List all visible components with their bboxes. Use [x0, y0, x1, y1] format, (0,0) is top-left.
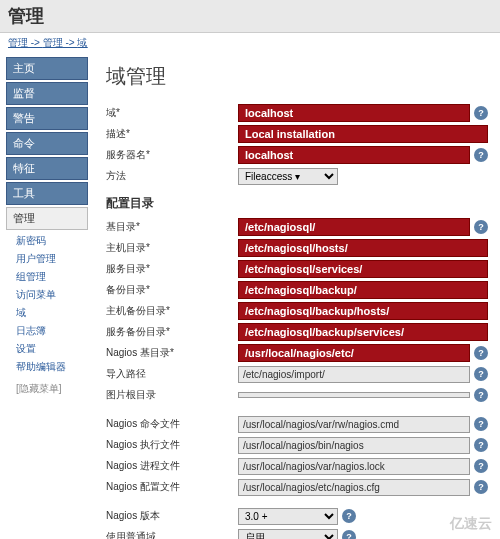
help-icon[interactable]: ? [474, 346, 488, 360]
help-icon[interactable]: ? [474, 459, 488, 473]
text-input[interactable]: /usr/local/nagios/var/rw/nagios.cmd [238, 416, 470, 433]
sidebar-nav-item[interactable]: 特征 [6, 157, 88, 180]
select-input[interactable]: Fileaccess ▾ [238, 168, 338, 185]
text-input[interactable]: localhost [238, 104, 470, 122]
text-input[interactable]: /usr/local/nagios/etc/ [238, 344, 470, 362]
text-input[interactable]: /etc/nagiosql/services/ [238, 260, 488, 278]
app-title: 管理 [0, 0, 500, 33]
help-icon[interactable]: ? [474, 388, 488, 402]
text-input[interactable]: /usr/local/nagios/bin/nagios [238, 437, 470, 454]
form-label: 方法 [106, 169, 238, 183]
select-input[interactable]: 3.0 + [238, 508, 338, 525]
breadcrumb-item[interactable]: 域 [77, 37, 87, 48]
section-config-title: 配置目录 [106, 195, 488, 212]
sidebar-nav-item[interactable]: 主页 [6, 57, 88, 80]
form-label: Nagios 执行文件 [106, 438, 238, 452]
text-input[interactable]: /etc/nagios/import/ [238, 366, 470, 383]
sidebar-nav-item[interactable]: 工具 [6, 182, 88, 205]
sidebar-nav-item[interactable]: 管理 [6, 207, 88, 230]
text-input[interactable]: Local installation [238, 125, 488, 143]
sidebar: 主页监督警告命令特征工具管理 新密码用户管理组管理访问菜单域日志簿设置帮助编辑器… [0, 53, 88, 539]
sidebar-sub-item[interactable]: 帮助编辑器 [6, 358, 88, 376]
help-icon[interactable]: ? [474, 417, 488, 431]
form-label: 主机目录* [106, 241, 238, 255]
form-label: 图片根目录 [106, 388, 238, 402]
sidebar-sub-item[interactable]: 域 [6, 304, 88, 322]
form-label: 备份目录* [106, 283, 238, 297]
form-label: Nagios 版本 [106, 509, 238, 523]
form-label: 服务备份目录* [106, 325, 238, 339]
sidebar-nav-item[interactable]: 监督 [6, 82, 88, 105]
help-icon[interactable]: ? [474, 148, 488, 162]
form-label: 使用普通域 [106, 530, 238, 539]
form-label: 服务器名* [106, 148, 238, 162]
text-input[interactable]: localhost [238, 146, 470, 164]
form-label: 服务目录* [106, 262, 238, 276]
main-content: 域管理 域*localhost?描述*Local installation服务器… [88, 53, 500, 539]
form-label: 基目录* [106, 220, 238, 234]
hide-menu-link[interactable]: [隐藏菜单] [6, 376, 88, 396]
sidebar-sub-item[interactable]: 新密码 [6, 232, 88, 250]
help-icon[interactable]: ? [474, 220, 488, 234]
text-input[interactable]: /etc/nagiosql/backup/hosts/ [238, 302, 488, 320]
sidebar-sub-item[interactable]: 组管理 [6, 268, 88, 286]
text-input[interactable]: /etc/nagiosql/hosts/ [238, 239, 488, 257]
form-label: Nagios 基目录* [106, 346, 238, 360]
form-label: 主机备份目录* [106, 304, 238, 318]
form-label: 导入路径 [106, 367, 238, 381]
text-input[interactable]: /usr/local/nagios/var/nagios.lock [238, 458, 470, 475]
page-title: 域管理 [106, 63, 488, 90]
text-input[interactable]: /etc/nagiosql/backup/ [238, 281, 488, 299]
watermark: 亿速云 [450, 515, 492, 533]
breadcrumb: 管理 -> 管理 -> 域 [0, 33, 500, 53]
sidebar-sub-item[interactable]: 访问菜单 [6, 286, 88, 304]
breadcrumb-item[interactable]: 管理 [43, 37, 63, 48]
sidebar-nav-item[interactable]: 警告 [6, 107, 88, 130]
help-icon[interactable]: ? [474, 480, 488, 494]
form-label: 域* [106, 106, 238, 120]
text-input[interactable]: /etc/nagiosql/backup/services/ [238, 323, 488, 341]
sidebar-sub-item[interactable]: 设置 [6, 340, 88, 358]
help-icon[interactable]: ? [474, 367, 488, 381]
form-label: Nagios 命令文件 [106, 417, 238, 431]
breadcrumb-item[interactable]: 管理 [8, 37, 28, 48]
help-icon[interactable]: ? [474, 106, 488, 120]
form-label: Nagios 进程文件 [106, 459, 238, 473]
help-icon[interactable]: ? [342, 530, 356, 539]
sidebar-sub-item[interactable]: 日志簿 [6, 322, 88, 340]
text-input[interactable] [238, 392, 470, 398]
form-label: Nagios 配置文件 [106, 480, 238, 494]
help-icon[interactable]: ? [474, 438, 488, 452]
sidebar-nav-item[interactable]: 命令 [6, 132, 88, 155]
help-icon[interactable]: ? [342, 509, 356, 523]
sidebar-sub-item[interactable]: 用户管理 [6, 250, 88, 268]
form-label: 描述* [106, 127, 238, 141]
select-input[interactable]: 启用 [238, 529, 338, 540]
text-input[interactable]: /usr/local/nagios/etc/nagios.cfg [238, 479, 470, 496]
text-input[interactable]: /etc/nagiosql/ [238, 218, 470, 236]
